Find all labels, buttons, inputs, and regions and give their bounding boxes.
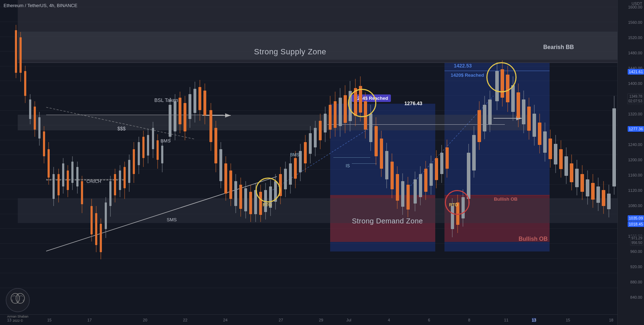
bsl-taken-label: BSL Taken [154,97,178,103]
price-highlight-1277: 1277.36 [628,126,644,132]
bullish-ob-bottom-label: Bullish OB [519,236,548,242]
price-highlight-1421: 1421.61 [628,69,644,75]
time-11: 11 [504,318,508,322]
price-1240: 1240.00 [628,142,642,147]
price-920: 920.00 [630,265,642,269]
time-axis: 13 15 17 20 22 24 27 29 Jul 4 6 8 11 13 … [0,314,617,325]
time-15-right: 15 [566,318,570,322]
price-880: 880.00 [630,280,642,284]
time-13-right: 13 [532,318,536,322]
chart-header: Ethereum / TetherUS, 4h, BINANCE [4,3,77,8]
logo: Arman Shaban 2022 © [5,288,30,313]
sss-label: $$$ [117,126,125,131]
bearish-bb-label: Bearish BB [543,44,574,50]
price-1200: 1200.00 [628,158,642,162]
price-1520: 1520.00 [628,36,642,40]
choch-label: CHoCH [86,179,101,184]
time-29: 29 [319,318,323,322]
price-1420-reached-label: 1420$ Reached [451,72,484,78]
chart-container: Ethereum / TetherUS, 4h, BINANCE Strong … [0,0,644,325]
sms-label: SMS [167,217,177,222]
price-1120: 1120.00 [628,188,642,193]
time-17: 17 [87,318,92,322]
bullish-ob-right-label: Bullish OB [494,196,517,202]
price-960: 960.00 [630,249,642,254]
price-highlight-1349: 1349.7802:07:53 [627,93,643,104]
rto-label-right: RTO [449,202,458,207]
bms-upper-label: BMS [160,138,170,143]
time-24: 24 [223,318,228,322]
is-label: IS [346,163,350,168]
logo-name: Arman Shaban [7,315,28,318]
time-27: 27 [279,318,283,322]
strong-supply-zone-label: Strong Supply Zone [254,47,326,56]
logo-year: 2022 © [12,319,23,323]
time-18: 18 [609,318,613,322]
top-circle-1420 [486,62,517,92]
usdt-label: USDT [632,1,642,6]
price-1400: 1400.00 [628,81,642,86]
price-highlight-971: 971.29956.50 [630,235,643,246]
peak-circle-1276 [348,89,376,117]
time-15: 15 [47,318,51,322]
price-highlight-1018: 1018.45 [628,221,644,227]
time-4: 4 [388,318,390,322]
time-6: 6 [428,318,430,322]
strong-demand-zone-label: Strong Demand Zone [352,217,423,225]
price-1160: 1160.00 [628,173,642,177]
time-8: 8 [468,318,470,322]
price-1422-label: 1422.53 [454,63,472,69]
price-1480: 1480.00 [628,51,642,55]
price-axis: USDT 1600.00 1560.00 1520.00 1480.00 144… [617,0,644,325]
time-20: 20 [143,318,147,322]
rto-label-left: RTO [263,202,272,207]
price-840: 840.00 [630,295,642,299]
price-1080: 1080.00 [628,204,642,208]
chart-title: Ethereum / TetherUS, 4h, BINANCE [4,3,77,8]
time-22: 22 [183,318,187,322]
rto-circle-left [256,178,280,202]
price-1320: 1320.00 [628,112,642,116]
chart-area: Strong Supply Zone Bearish BB Strong Dem… [0,0,617,314]
price-1276-label: 1276.43 [404,101,422,106]
price-1560: 1560.00 [628,20,642,25]
bms-lower-label: BMS [290,152,299,157]
price-highlight-1035: 1035.09 [628,215,644,221]
time-jul: Jul [346,318,351,322]
